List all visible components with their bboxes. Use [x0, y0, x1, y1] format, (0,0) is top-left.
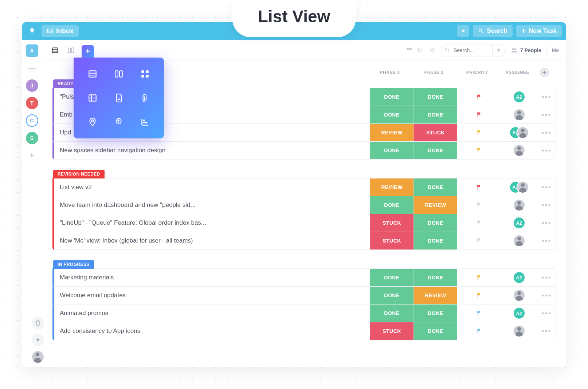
status-cell-phase2[interactable]: DONE: [413, 106, 457, 123]
avatar[interactable]: [517, 181, 529, 193]
task-row[interactable]: Add consistency to App iconsSTUCKDONE•••: [52, 322, 556, 340]
status-cell-phase3[interactable]: DONE: [370, 196, 413, 214]
more-icon[interactable]: •••: [537, 291, 556, 300]
me-toggle[interactable]: Me: [552, 47, 559, 53]
status-cell-phase3[interactable]: STUCK: [370, 232, 413, 249]
assignee-cell[interactable]: AZ: [501, 181, 537, 193]
status-cell-phase3[interactable]: REVIEW: [370, 178, 413, 196]
more-icon[interactable]: •••: [537, 237, 556, 245]
avatar[interactable]: [513, 325, 525, 337]
bolt-button[interactable]: [457, 25, 469, 37]
settings-icon[interactable]: [429, 47, 436, 54]
assignee-cell[interactable]: AZ: [501, 271, 537, 284]
avatar[interactable]: AZ: [513, 307, 525, 319]
assignee-cell[interactable]: [501, 325, 537, 337]
status-cell-phase2[interactable]: DONE: [413, 88, 457, 106]
mind-view-icon[interactable]: [108, 112, 130, 132]
table-view-icon[interactable]: [82, 88, 103, 108]
task-row[interactable]: "LineUp" - "Queue" Feature: Global order…: [52, 214, 556, 232]
assignee-cell[interactable]: AZ: [501, 126, 537, 139]
rail-bolt-icon[interactable]: [32, 334, 44, 346]
status-cell-phase2[interactable]: DONE: [413, 214, 457, 232]
more-icon[interactable]: •••: [537, 146, 556, 155]
rail-space-T[interactable]: T: [26, 97, 38, 109]
more-icon[interactable]: •••: [537, 201, 556, 209]
assignee-cell[interactable]: [501, 289, 537, 302]
more-icon[interactable]: •••: [537, 111, 556, 119]
priority-cell[interactable]: [457, 147, 501, 154]
list-view-icon[interactable]: [82, 64, 103, 84]
people-count[interactable]: 7 People: [511, 47, 541, 54]
task-title[interactable]: Animated promos: [54, 310, 370, 317]
avatar[interactable]: [513, 289, 525, 302]
assignee-cell[interactable]: AZ: [501, 217, 537, 229]
more-icon[interactable]: •••: [537, 93, 556, 101]
doc-view-icon[interactable]: [108, 88, 130, 108]
board-view-toggle[interactable]: [66, 45, 77, 56]
status-cell-phase3[interactable]: DONE: [370, 269, 413, 286]
task-title[interactable]: "LineUp" - "Queue" Feature: Global order…: [54, 219, 370, 227]
group-icon[interactable]: [406, 47, 412, 54]
more-icon[interactable]: •••: [537, 327, 556, 335]
avatar[interactable]: AZ: [513, 271, 525, 284]
status-cell-phase3[interactable]: STUCK: [370, 322, 413, 340]
priority-cell[interactable]: [457, 202, 501, 208]
priority-cell[interactable]: [457, 237, 501, 244]
status-cell-phase3[interactable]: STUCK: [370, 214, 413, 232]
status-cell-phase2[interactable]: DONE: [413, 178, 457, 196]
status-cell-phase2[interactable]: DONE: [413, 304, 457, 322]
status-cell-phase2[interactable]: REVIEW: [413, 287, 457, 304]
status-cell-phase3[interactable]: DONE: [370, 142, 413, 159]
status-cell-phase3[interactable]: DONE: [370, 88, 413, 106]
list-view-toggle[interactable]: [50, 45, 60, 56]
priority-cell[interactable]: [457, 274, 501, 281]
box-view-icon[interactable]: [134, 64, 156, 84]
assignee-cell[interactable]: [501, 235, 537, 247]
rail-clipboard-icon[interactable]: [32, 317, 44, 329]
col-assignee[interactable]: ASSIGNEE: [499, 70, 536, 75]
task-title[interactable]: List view v2: [54, 184, 370, 191]
rail-space-C[interactable]: C: [26, 114, 38, 127]
avatar[interactable]: [513, 199, 525, 211]
status-cell-phase2[interactable]: DONE: [413, 322, 457, 340]
avatar[interactable]: [513, 109, 525, 121]
board-view-icon[interactable]: [108, 64, 130, 84]
status-cell-phase2[interactable]: DONE: [413, 142, 457, 159]
task-row[interactable]: Animated promosDONEDONEAZ•••: [52, 304, 556, 322]
map-view-icon[interactable]: [82, 112, 103, 132]
task-title[interactable]: Add consistency to App icons: [54, 327, 370, 335]
more-icon[interactable]: •••: [537, 274, 556, 282]
assignee-cell[interactable]: AZ: [501, 91, 537, 103]
rail-space-J[interactable]: J: [26, 79, 38, 92]
col-priority[interactable]: PRIORITY: [455, 70, 499, 75]
priority-cell[interactable]: [457, 310, 501, 317]
priority-cell[interactable]: [457, 184, 501, 190]
status-cell-phase2[interactable]: DONE: [413, 232, 457, 249]
task-row[interactable]: List view v2REVIEWDONEAZ•••: [52, 178, 556, 196]
more-icon[interactable]: •••: [537, 183, 556, 192]
col-phase3[interactable]: PHASE 3: [368, 70, 412, 75]
status-cell-phase2[interactable]: STUCK: [413, 124, 457, 141]
priority-cell[interactable]: [457, 111, 501, 118]
task-row[interactable]: Welcome email updatesDONEREVIEW•••: [52, 286, 556, 304]
attach-view-icon[interactable]: [134, 88, 156, 108]
new-task-button[interactable]: + New Task: [516, 25, 562, 37]
status-cell-phase3[interactable]: DONE: [370, 287, 413, 304]
assignee-cell[interactable]: [501, 109, 537, 121]
task-row[interactable]: New 'Me' view: Inbox (global for user - …: [52, 232, 556, 250]
task-title[interactable]: Marketing materials: [54, 274, 370, 281]
search-button[interactable]: Search: [473, 25, 513, 37]
avatar[interactable]: [517, 126, 529, 139]
avatar[interactable]: [513, 144, 525, 157]
task-title[interactable]: Welcome email updates: [54, 292, 370, 299]
gantt-view-icon[interactable]: [134, 112, 156, 132]
more-icon[interactable]: •••: [537, 309, 556, 318]
task-title[interactable]: New spaces sidebar navigation design: [54, 147, 370, 154]
status-cell-phase3[interactable]: DONE: [370, 106, 413, 123]
add-view-button[interactable]: +: [82, 45, 94, 58]
avatar[interactable]: AZ: [513, 91, 525, 103]
group-label[interactable]: IN PROGRESS: [53, 260, 94, 269]
avatar[interactable]: [513, 235, 525, 247]
priority-cell[interactable]: [457, 328, 501, 334]
priority-cell[interactable]: [457, 129, 501, 136]
